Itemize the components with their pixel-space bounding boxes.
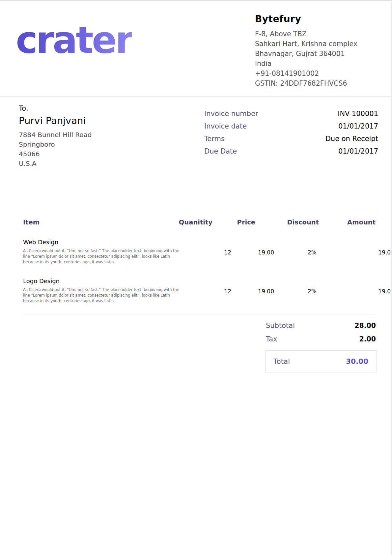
invoice-page: crater Bytefury F-8, Above TBZ Sahkari H… [0, 0, 392, 555]
company-address-line: Bhavnagar, Gujrat 364001 [255, 49, 379, 59]
table-row: Web Design As Cicero would put it, “Um, … [23, 239, 376, 265]
terms-label: Terms [204, 135, 225, 143]
item-amount: 19.00 [338, 278, 392, 304]
bill-to-address-line: Springboro [19, 140, 92, 149]
column-header-quantity: Quanitity [166, 219, 212, 226]
invoice-date-row: Invoice date 01/01/2017 [204, 122, 378, 130]
bill-to-address-line: 45066 [19, 149, 92, 159]
column-header-amount: Amount [319, 219, 376, 226]
column-header-discount: Discount [255, 219, 319, 226]
item-name: Web Design [23, 239, 185, 246]
column-header-price: Price [212, 219, 255, 226]
items-table: Item Quanitity Price Discount Amount Web… [23, 219, 376, 314]
items-table-header: Item Quanitity Price Discount Amount [23, 219, 376, 226]
item-discount: 2% [274, 278, 338, 304]
item-cell: Logo Design As Cicero would put it, “Um,… [23, 278, 185, 304]
item-discount: 2% [274, 239, 338, 265]
table-row: Logo Design As Cicero would put it, “Um,… [23, 278, 376, 304]
tax-value: 2.00 [359, 335, 376, 343]
company-address-line: F-8, Above TBZ [255, 29, 379, 39]
item-cell: Web Design As Cicero would put it, “Um, … [23, 239, 185, 265]
subtotal-row: Subtotal 28.00 [265, 322, 377, 330]
bill-to-address-line: 7884 Bunnel Hill Road [19, 130, 92, 140]
due-date-value: 01/01/2017 [338, 147, 378, 155]
due-date-label: Due Date [204, 147, 237, 155]
company-address-line: India [255, 59, 379, 69]
item-name: Logo Design [23, 278, 185, 284]
tax-label: Tax [266, 335, 277, 343]
totals-block: Subtotal 28.00 Tax 2.00 Total 30.00 [265, 322, 377, 372]
column-header-item: Item [23, 219, 166, 226]
company-phone: +91-08141901002 [255, 69, 379, 78]
due-date-row: Due Date 01/01/2017 [204, 147, 378, 155]
item-quantity: 12 [185, 239, 231, 265]
company-name: Bytefury [255, 14, 379, 24]
item-price: 19.00 [231, 278, 274, 304]
item-description: As Cicero would put it, “Um, not so fast… [23, 248, 185, 265]
subtotal-value: 28.00 [354, 322, 376, 330]
item-quantity: 12 [185, 278, 231, 304]
invoice-number-row: Invoice number INV-100001 [204, 110, 378, 118]
subtotal-label: Subtotal [266, 322, 295, 330]
invoice-header: crater Bytefury F-8, Above TBZ Sahkari H… [0, 1, 391, 97]
item-description: As Cicero would put it, “Um, not so fast… [23, 287, 185, 304]
table-bottom-divider [23, 314, 376, 314]
total-value: 30.00 [346, 357, 368, 365]
company-gstin: GSTIN: 24DDF7682FHVCS6 [255, 78, 379, 88]
total-box: Total 30.00 [265, 350, 377, 372]
tax-row: Tax 2.00 [265, 335, 377, 343]
bill-to-address-line: U.S.A [19, 159, 92, 168]
bill-to-name: Purvi Panjvani [19, 115, 92, 126]
billing-section: To, Purvi Panjvani 7884 Bunnel Hill Road… [0, 97, 391, 168]
invoice-date-label: Invoice date [204, 122, 247, 130]
bill-to-block: To, Purvi Panjvani 7884 Bunnel Hill Road… [19, 104, 92, 168]
terms-row: Terms Due on Receipt [204, 135, 378, 143]
terms-value: Due on Receipt [325, 135, 378, 143]
company-info: Bytefury F-8, Above TBZ Sahkari Hart, Kr… [255, 12, 379, 88]
company-address-line: Sahkari Hart, Krishna complex [255, 39, 379, 49]
crater-logo: crater [16, 22, 132, 58]
invoice-number-label: Invoice number [204, 110, 258, 118]
total-label: Total [273, 357, 290, 365]
invoice-meta-block: Invoice number INV-100001 Invoice date 0… [204, 110, 378, 168]
invoice-number-value: INV-100001 [338, 110, 378, 118]
bill-to-intro: To, [19, 104, 92, 112]
invoice-date-value: 01/01/2017 [338, 122, 378, 130]
item-price: 19.00 [231, 239, 274, 265]
item-amount: 19.00 [338, 239, 392, 265]
